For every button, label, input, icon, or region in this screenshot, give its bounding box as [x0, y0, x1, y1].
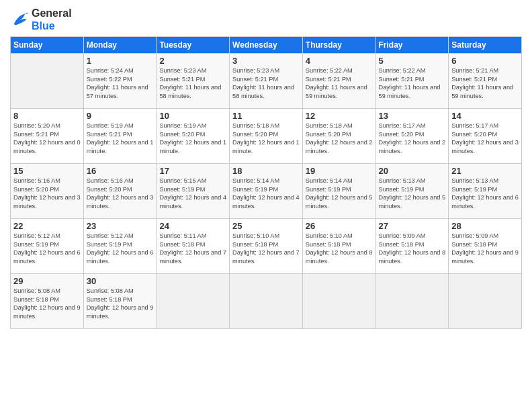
cell-info: Sunrise: 5:22 AMSunset: 5:21 PMDaylight:…	[306, 66, 373, 100]
calendar-cell	[11, 54, 84, 109]
calendar-cell: 1Sunrise: 5:24 AMSunset: 5:22 PMDaylight…	[83, 54, 157, 109]
day-number: 9	[87, 111, 154, 121]
calendar-cell: 8Sunrise: 5:20 AMSunset: 5:21 PMDaylight…	[11, 109, 84, 164]
cell-info: Sunrise: 5:08 AMSunset: 5:18 PMDaylight:…	[87, 287, 154, 320]
logo-icon	[10, 10, 29, 29]
cell-info: Sunrise: 5:18 AMSunset: 5:20 PMDaylight:…	[232, 122, 300, 155]
calendar-cell: 20Sunrise: 5:13 AMSunset: 5:19 PMDayligh…	[375, 164, 449, 219]
col-header-sunday: Sunday	[11, 37, 84, 54]
day-number: 19	[306, 166, 373, 176]
day-number: 1	[87, 56, 154, 66]
calendar-cell: 27Sunrise: 5:09 AMSunset: 5:18 PMDayligh…	[375, 219, 449, 274]
calendar-cell: 21Sunrise: 5:13 AMSunset: 5:19 PMDayligh…	[449, 164, 522, 219]
day-number: 10	[159, 111, 226, 121]
day-number: 17	[159, 166, 226, 176]
calendar-cell: 28Sunrise: 5:09 AMSunset: 5:18 PMDayligh…	[449, 219, 522, 274]
day-number: 18	[232, 166, 300, 176]
day-number: 28	[451, 221, 519, 231]
cell-info: Sunrise: 5:16 AMSunset: 5:20 PMDaylight:…	[13, 177, 81, 210]
header-row: General Blue	[10, 7, 522, 32]
day-number: 14	[451, 111, 519, 121]
cell-info: Sunrise: 5:23 AMSunset: 5:21 PMDaylight:…	[159, 66, 226, 100]
cell-info: Sunrise: 5:24 AMSunset: 5:22 PMDaylight:…	[87, 66, 154, 100]
calendar-cell: 12Sunrise: 5:18 AMSunset: 5:20 PMDayligh…	[302, 109, 375, 164]
cell-info: Sunrise: 5:15 AMSunset: 5:19 PMDaylight:…	[159, 177, 226, 210]
cell-info: Sunrise: 5:22 AMSunset: 5:21 PMDaylight:…	[379, 66, 446, 100]
col-header-tuesday: Tuesday	[157, 37, 230, 54]
cell-info: Sunrise: 5:19 AMSunset: 5:21 PMDaylight:…	[87, 122, 154, 155]
day-number: 15	[13, 166, 81, 176]
day-number: 29	[13, 276, 81, 286]
cell-info: Sunrise: 5:23 AMSunset: 5:21 PMDaylight:…	[232, 66, 300, 100]
calendar-cell: 9Sunrise: 5:19 AMSunset: 5:21 PMDaylight…	[83, 109, 157, 164]
cell-info: Sunrise: 5:13 AMSunset: 5:19 PMDaylight:…	[379, 177, 446, 210]
cell-info: Sunrise: 5:14 AMSunset: 5:19 PMDaylight:…	[306, 177, 373, 210]
cell-info: Sunrise: 5:11 AMSunset: 5:18 PMDaylight:…	[159, 232, 226, 265]
page-container: General Blue SundayMondayTuesdayWednesda…	[0, 0, 532, 336]
calendar-cell: 3Sunrise: 5:23 AMSunset: 5:21 PMDaylight…	[230, 54, 303, 109]
calendar-cell: 24Sunrise: 5:11 AMSunset: 5:18 PMDayligh…	[157, 219, 230, 274]
calendar-cell: 13Sunrise: 5:17 AMSunset: 5:20 PMDayligh…	[375, 109, 449, 164]
cell-info: Sunrise: 5:16 AMSunset: 5:20 PMDaylight:…	[87, 177, 154, 210]
logo-text: General Blue	[32, 7, 72, 32]
cell-info: Sunrise: 5:21 AMSunset: 5:21 PMDaylight:…	[451, 66, 519, 100]
col-header-thursday: Thursday	[302, 37, 375, 54]
calendar-cell: 30Sunrise: 5:08 AMSunset: 5:18 PMDayligh…	[83, 274, 157, 329]
cell-info: Sunrise: 5:12 AMSunset: 5:19 PMDaylight:…	[13, 232, 81, 265]
day-number: 4	[306, 56, 373, 66]
calendar-cell: 16Sunrise: 5:16 AMSunset: 5:20 PMDayligh…	[83, 164, 157, 219]
day-number: 16	[87, 166, 154, 176]
calendar-cell: 15Sunrise: 5:16 AMSunset: 5:20 PMDayligh…	[11, 164, 84, 219]
calendar-cell: 23Sunrise: 5:12 AMSunset: 5:19 PMDayligh…	[83, 219, 157, 274]
calendar-cell	[449, 274, 522, 329]
day-number: 20	[379, 166, 446, 176]
calendar-header-row: SundayMondayTuesdayWednesdayThursdayFrid…	[11, 37, 522, 54]
calendar-cell: 2Sunrise: 5:23 AMSunset: 5:21 PMDaylight…	[157, 54, 230, 109]
calendar-cell: 10Sunrise: 5:19 AMSunset: 5:20 PMDayligh…	[157, 109, 230, 164]
cell-info: Sunrise: 5:19 AMSunset: 5:20 PMDaylight:…	[159, 122, 226, 155]
day-number: 22	[13, 221, 81, 231]
calendar-cell: 14Sunrise: 5:17 AMSunset: 5:20 PMDayligh…	[449, 109, 522, 164]
week-row-4: 22Sunrise: 5:12 AMSunset: 5:19 PMDayligh…	[11, 219, 522, 274]
cell-info: Sunrise: 5:13 AMSunset: 5:19 PMDaylight:…	[451, 177, 519, 210]
calendar-cell	[375, 274, 449, 329]
day-number: 3	[232, 56, 300, 66]
col-header-saturday: Saturday	[449, 37, 522, 54]
day-number: 5	[379, 56, 446, 66]
col-header-friday: Friday	[375, 37, 449, 54]
cell-info: Sunrise: 5:14 AMSunset: 5:19 PMDaylight:…	[232, 177, 300, 210]
cell-info: Sunrise: 5:10 AMSunset: 5:18 PMDaylight:…	[232, 232, 300, 265]
cell-info: Sunrise: 5:09 AMSunset: 5:18 PMDaylight:…	[451, 232, 519, 265]
calendar-cell	[302, 274, 375, 329]
day-number: 23	[87, 221, 154, 231]
cell-info: Sunrise: 5:08 AMSunset: 5:18 PMDaylight:…	[13, 287, 81, 320]
day-number: 6	[451, 56, 519, 66]
cell-info: Sunrise: 5:17 AMSunset: 5:20 PMDaylight:…	[451, 122, 519, 155]
calendar-cell: 22Sunrise: 5:12 AMSunset: 5:19 PMDayligh…	[11, 219, 84, 274]
day-number: 2	[159, 56, 226, 66]
calendar-cell	[157, 274, 230, 329]
calendar-cell: 5Sunrise: 5:22 AMSunset: 5:21 PMDaylight…	[375, 54, 449, 109]
calendar-cell: 6Sunrise: 5:21 AMSunset: 5:21 PMDaylight…	[449, 54, 522, 109]
cell-info: Sunrise: 5:20 AMSunset: 5:21 PMDaylight:…	[13, 122, 81, 155]
day-number: 24	[159, 221, 226, 231]
calendar-cell: 19Sunrise: 5:14 AMSunset: 5:19 PMDayligh…	[302, 164, 375, 219]
logo: General Blue	[10, 7, 72, 32]
calendar-cell: 25Sunrise: 5:10 AMSunset: 5:18 PMDayligh…	[230, 219, 303, 274]
calendar-cell: 11Sunrise: 5:18 AMSunset: 5:20 PMDayligh…	[230, 109, 303, 164]
calendar-cell: 29Sunrise: 5:08 AMSunset: 5:18 PMDayligh…	[11, 274, 84, 329]
day-number: 11	[232, 111, 300, 121]
day-number: 8	[13, 111, 81, 121]
col-header-wednesday: Wednesday	[230, 37, 303, 54]
week-row-3: 15Sunrise: 5:16 AMSunset: 5:20 PMDayligh…	[11, 164, 522, 219]
cell-info: Sunrise: 5:12 AMSunset: 5:19 PMDaylight:…	[87, 232, 154, 265]
cell-info: Sunrise: 5:17 AMSunset: 5:20 PMDaylight:…	[379, 122, 446, 155]
week-row-2: 8Sunrise: 5:20 AMSunset: 5:21 PMDaylight…	[11, 109, 522, 164]
day-number: 25	[232, 221, 300, 231]
day-number: 12	[306, 111, 373, 121]
col-header-monday: Monday	[83, 37, 157, 54]
cell-info: Sunrise: 5:10 AMSunset: 5:18 PMDaylight:…	[306, 232, 373, 265]
day-number: 26	[306, 221, 373, 231]
cell-info: Sunrise: 5:09 AMSunset: 5:18 PMDaylight:…	[379, 232, 446, 265]
calendar-table: SundayMondayTuesdayWednesdayThursdayFrid…	[10, 36, 522, 329]
